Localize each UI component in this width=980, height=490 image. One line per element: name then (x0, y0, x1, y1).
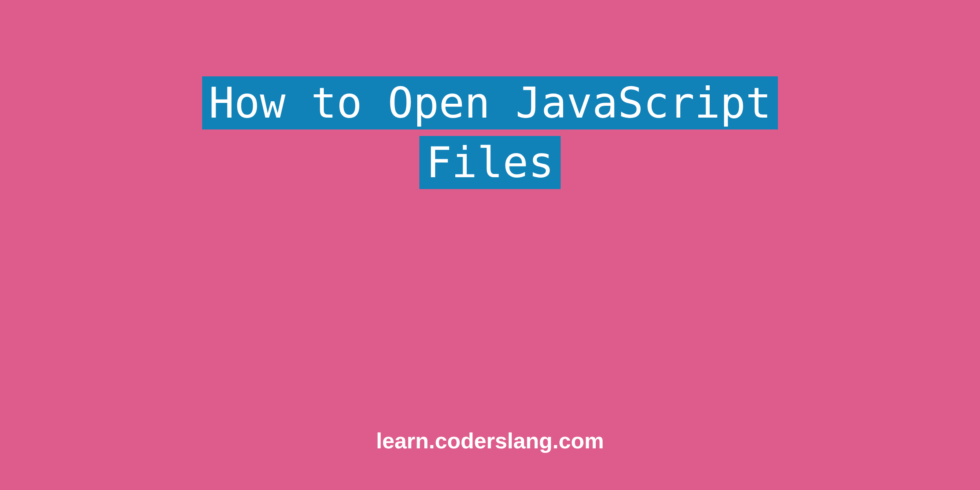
footer-text: learn.coderslang.com (376, 428, 604, 453)
title-line-2: Files (419, 136, 560, 189)
title-line-1: How to Open JavaScript (202, 76, 778, 129)
page-title: How to Open JavaScript Files (202, 74, 778, 192)
